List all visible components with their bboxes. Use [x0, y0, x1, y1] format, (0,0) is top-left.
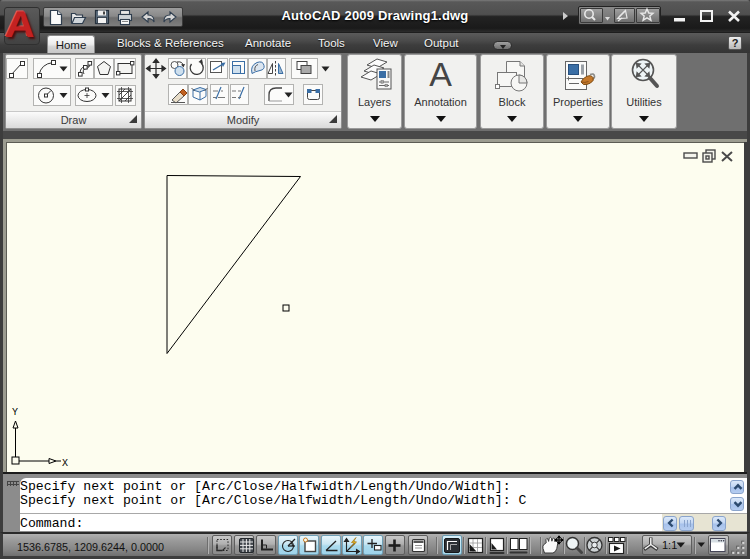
svg-text:X: X [62, 458, 68, 469]
svg-text:Y: Y [12, 407, 18, 418]
